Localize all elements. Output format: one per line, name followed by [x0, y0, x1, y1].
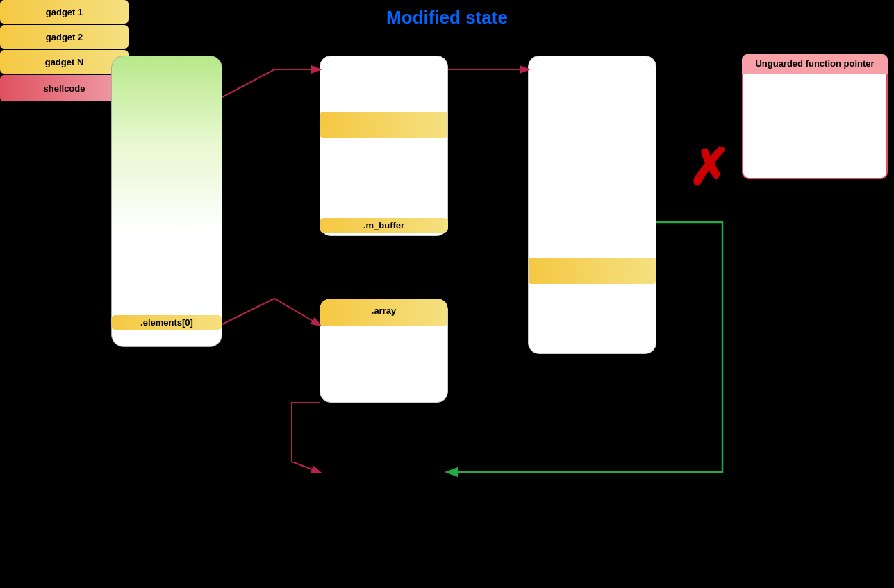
- elements-label: .elements[0]: [111, 315, 222, 330]
- main-box: [111, 56, 222, 347]
- mbuf-box: [320, 56, 448, 236]
- right-highlight: [529, 258, 656, 284]
- page-title: Modified state: [0, 7, 894, 28]
- gadget-n-row: gadget N: [0, 50, 129, 74]
- right-box: [528, 56, 656, 354]
- gadget-2-row: gadget 2: [0, 25, 129, 49]
- arrow-main-to-array: [222, 299, 320, 325]
- shellcode-row: shellcode: [0, 75, 129, 101]
- array-label: .array: [320, 299, 448, 323]
- arrow-main-to-mbuf: [222, 69, 320, 97]
- unguarded-label: Unguarded function pointer: [742, 54, 888, 74]
- x-mark: ✗: [688, 139, 729, 197]
- mbuf-highlight: [320, 112, 447, 138]
- arrow-array-to-gadget: [292, 403, 320, 472]
- mbuf-label: .m_buffer: [320, 218, 448, 233]
